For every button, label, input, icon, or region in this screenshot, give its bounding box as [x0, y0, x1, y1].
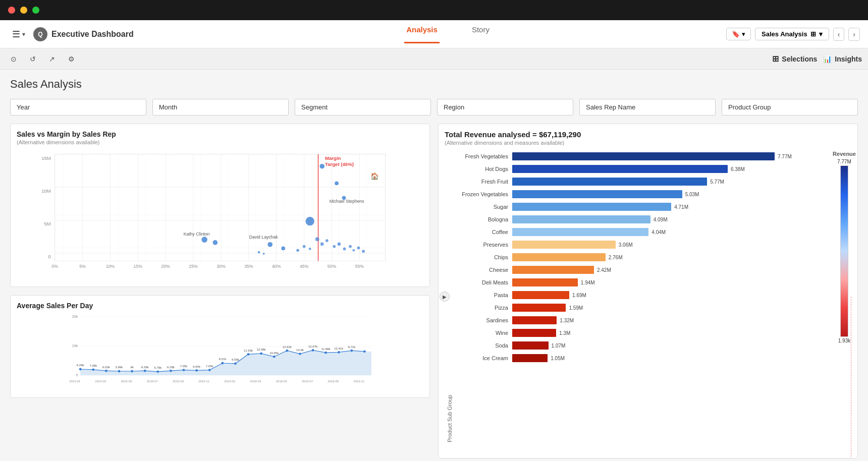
svg-text:25%: 25%	[189, 264, 198, 269]
bar-fill[interactable]	[512, 241, 616, 249]
settings-button[interactable]: ⚙	[64, 51, 79, 67]
line-chart-card: Average Sales Per Day 20k 10k 0	[10, 295, 430, 398]
svg-point-44	[349, 245, 352, 248]
selections-button[interactable]: ⊞ Selections	[772, 54, 817, 64]
bar-value: 2.76M	[609, 255, 623, 260]
svg-point-41	[333, 245, 336, 248]
scatter-chart-card: Sales vs Margin by Sales Rep (Alternativ…	[10, 124, 430, 287]
svg-text:12.58k: 12.58k	[257, 348, 266, 351]
legend-title: Revenue	[833, 151, 856, 157]
filter-segment[interactable]: Segment	[295, 99, 431, 116]
bar-fill[interactable]	[512, 278, 578, 286]
svg-text:20k: 20k	[72, 314, 78, 319]
tab-story[interactable]: Story	[470, 25, 492, 43]
bar-label: Sugar	[457, 204, 512, 210]
bar-label: Fresh Vegetables	[457, 153, 512, 159]
svg-text:2015-01: 2015-01	[69, 380, 81, 383]
bar-fill[interactable]	[512, 190, 682, 198]
svg-point-52	[263, 253, 265, 255]
svg-text:9.56k: 9.56k	[232, 358, 240, 361]
svg-text:2015-05: 2015-05	[121, 380, 133, 383]
svg-text:10%: 10%	[106, 264, 115, 269]
bar-value: 1.59M	[569, 305, 583, 311]
filter-product-group[interactable]: Product Group	[722, 99, 858, 116]
bar-value: 7.77M	[778, 154, 792, 159]
filter-year[interactable]: Year	[10, 99, 146, 116]
revenue-title-text: Total Revenue analysed =	[445, 130, 539, 139]
hamburger-menu-button[interactable]: ☰ ▾	[8, 27, 29, 42]
minimize-button[interactable]	[20, 7, 27, 14]
filter-month[interactable]: Month	[152, 99, 289, 116]
nav-prev-button[interactable]: ‹	[833, 28, 845, 41]
app-title: Executive Dashboard	[51, 30, 134, 39]
refresh-button[interactable]: ↺	[25, 51, 40, 67]
bar-value: 1.3M	[559, 330, 570, 336]
bar-fill[interactable]	[512, 316, 557, 324]
filter-region[interactable]: Region	[437, 99, 573, 116]
bar-fill[interactable]	[512, 215, 650, 223]
app-icon-text: Q	[38, 31, 42, 38]
svg-text:15M: 15M	[41, 155, 51, 161]
close-button[interactable]	[8, 7, 15, 14]
bar-fill[interactable]	[512, 329, 556, 337]
bar-row: Cheese2.42M	[457, 264, 833, 275]
search-icon-button[interactable]: ⊙	[6, 51, 21, 67]
bar-label: Soda	[457, 342, 512, 349]
bar-row: Fresh Vegetables7.77M	[457, 151, 833, 162]
bar-fill[interactable]	[512, 304, 566, 312]
svg-point-45	[352, 249, 355, 252]
nav-next-button[interactable]: ›	[848, 28, 860, 41]
bar-fill[interactable]	[512, 178, 707, 186]
tab-analysis[interactable]: Analysis	[404, 25, 440, 43]
bar-value: 1.32M	[560, 318, 574, 323]
bookmark-button[interactable]: 🔖 ▾	[726, 28, 751, 40]
svg-point-49	[303, 245, 306, 248]
bar-row: Chips2.76M	[457, 252, 833, 263]
svg-text:12.41k: 12.41k	[334, 347, 344, 350]
bar-fill[interactable]	[512, 203, 671, 211]
svg-text:🏠: 🏠	[370, 172, 379, 181]
header-right: 🔖 ▾ Sales Analysis ⊞ ▾ ‹ ›	[726, 28, 860, 41]
bar-fill[interactable]	[512, 341, 549, 350]
bar-value: 1.05M	[551, 356, 565, 361]
insights-button[interactable]: 📊 Insights	[823, 55, 862, 63]
svg-text:0: 0	[48, 254, 51, 259]
scatter-chart-title: Sales vs Margin by Sales Rep	[17, 130, 423, 138]
main-content: Sales Analysis Year Month Segment Region…	[0, 70, 868, 461]
export-button[interactable]: ↗	[44, 51, 60, 67]
maximize-button[interactable]	[32, 7, 39, 14]
bar-fill[interactable]	[512, 291, 569, 299]
toolbar-right: ⊞ Selections 📊 Insights	[772, 54, 862, 64]
bar-row: Deli Meats1.94M	[457, 277, 833, 288]
bar-fill[interactable]	[512, 354, 548, 362]
svg-point-78	[170, 370, 172, 372]
header-left: ☰ ▾ Q Executive Dashboard	[8, 27, 170, 42]
svg-point-27	[319, 164, 324, 169]
bar-wrapper: 1.69M	[512, 291, 833, 299]
bar-label: Wine	[457, 330, 512, 336]
svg-point-77	[156, 370, 159, 373]
bar-fill[interactable]	[512, 152, 775, 160]
bar-fill[interactable]	[512, 253, 606, 261]
svg-point-93	[363, 350, 366, 353]
header: ☰ ▾ Q Executive Dashboard Analysis Story…	[0, 20, 868, 48]
svg-point-46	[357, 247, 360, 250]
filter-sales-rep-name[interactable]: Sales Rep Name	[579, 99, 716, 116]
app-icon: Q	[33, 27, 47, 41]
svg-text:5.99k: 5.99k	[116, 366, 124, 369]
bar-fill[interactable]	[512, 266, 594, 274]
bar-wrapper: 1.05M	[512, 354, 833, 362]
bar-value: 1.94M	[581, 280, 595, 285]
filter-bar: Year Month Segment Region Sales Rep Name…	[10, 99, 858, 116]
bar-wrapper: 2.42M	[512, 266, 833, 274]
bar-fill[interactable]	[512, 165, 728, 173]
bar-label: Pizza	[457, 305, 512, 311]
bar-wrapper: 5.03M	[512, 190, 833, 198]
sales-analysis-label: Sales Analysis	[762, 30, 807, 38]
bar-fill[interactable]	[512, 228, 648, 236]
hamburger-dropdown-icon: ▾	[22, 31, 25, 38]
bar-row: Pasta1.69M	[457, 290, 833, 301]
sales-analysis-button[interactable]: Sales Analysis ⊞ ▾	[755, 28, 829, 40]
revenue-subtitle: (Alternative dimensions and measures ava…	[445, 140, 851, 146]
svg-text:6k: 6k	[130, 366, 134, 369]
